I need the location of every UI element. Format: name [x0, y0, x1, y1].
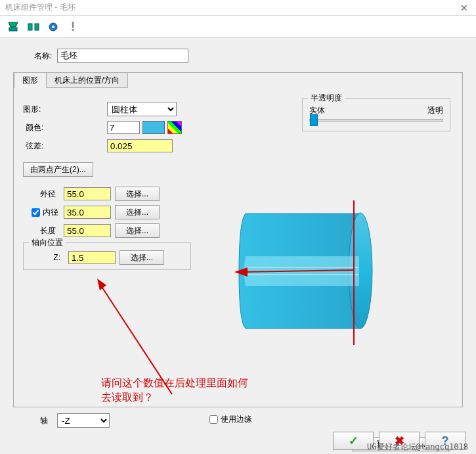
inner-diameter-input[interactable] [64, 206, 111, 219]
chord-input[interactable] [107, 139, 173, 152]
slider-thumb[interactable] [310, 114, 318, 126]
toolbar: ! [0, 16, 476, 38]
tab-body: 图形: 圆柱体 颜色: 弦差: 由两点产生(2)... 外径 [14, 89, 462, 407]
color-number-input[interactable] [107, 121, 140, 134]
use-edges-label: 使用边缘 [221, 414, 252, 425]
inner-diameter-select-button[interactable]: 选择... [115, 205, 160, 219]
3d-preview [209, 141, 452, 397]
axis-row: 轴 -Z [40, 413, 110, 428]
shape-label: 图形: [23, 104, 107, 115]
outer-diameter-label: 外径 [23, 189, 60, 200]
axial-position-group: 轴向位置 Z: 选择... [23, 242, 191, 270]
tab-position[interactable]: 机床上的位置/方向 [46, 72, 128, 88]
fixture-icon[interactable] [26, 20, 41, 34]
tab-strip: 图形 机床上的位置/方向 [14, 72, 462, 88]
color-label: 颜色: [26, 122, 64, 133]
window-title: 机床组件管理 - 毛坯 [3, 2, 76, 13]
transparent-label: 透明 [427, 105, 443, 116]
inner-diameter-label: 内径 [43, 207, 58, 218]
inner-diameter-checkbox[interactable] [32, 208, 40, 217]
transparency-slider[interactable] [309, 119, 443, 122]
tool-icon[interactable] [46, 20, 60, 34]
two-points-button[interactable]: 由两点产生(2)... [23, 162, 93, 177]
axis-label: 轴 [40, 415, 48, 426]
use-edges-row: 使用边缘 [209, 414, 252, 425]
tab-container: 图形 机床上的位置/方向 图形: 圆柱体 颜色: 弦差: [13, 72, 463, 407]
length-select-button[interactable]: 选择... [115, 223, 160, 238]
color-swatch[interactable] [142, 121, 165, 134]
tab-shape[interactable]: 图形 [14, 72, 47, 88]
svg-rect-1 [28, 24, 32, 30]
watermark: UG爱好者论坛@tangcq1018 [367, 442, 468, 453]
name-label: 名称: [34, 51, 52, 62]
z-select-button[interactable]: 选择... [119, 250, 164, 265]
palette-icon[interactable] [167, 121, 182, 134]
transparency-title: 半透明度 [308, 93, 345, 104]
svg-rect-2 [35, 24, 39, 30]
svg-point-4 [52, 26, 54, 28]
z-input[interactable] [68, 251, 116, 264]
name-input[interactable] [57, 49, 188, 63]
outer-diameter-select-button[interactable]: 选择... [115, 187, 160, 201]
length-input[interactable] [64, 224, 111, 237]
length-label: 长度 [23, 225, 60, 237]
cylinder-preview-svg [209, 141, 452, 397]
info-icon[interactable]: ! [66, 20, 80, 34]
shape-select[interactable]: 圆柱体 [107, 102, 177, 116]
close-icon[interactable]: ✕ [455, 3, 473, 13]
name-row: 名称: [13, 49, 463, 63]
content: 名称: 图形 机床上的位置/方向 图形: 圆柱体 颜色: 弦差: [0, 38, 476, 432]
z-label: Z: [28, 253, 64, 262]
workpiece-icon[interactable] [7, 20, 21, 34]
titlebar: 机床组件管理 - 毛坯 ✕ [0, 0, 476, 16]
chord-label: 弦差: [26, 141, 64, 152]
svg-rect-0 [9, 28, 17, 31]
axis-select[interactable]: -Z [57, 413, 110, 428]
axial-group-label: 轴向位置 [29, 237, 66, 248]
annotation-text: 请问这个数值在后处理里面如何 去读取到？ [101, 376, 248, 405]
use-edges-checkbox[interactable] [209, 415, 218, 424]
transparency-group: 半透明度 实体 透明 [302, 98, 450, 131]
outer-diameter-input[interactable] [64, 187, 111, 200]
